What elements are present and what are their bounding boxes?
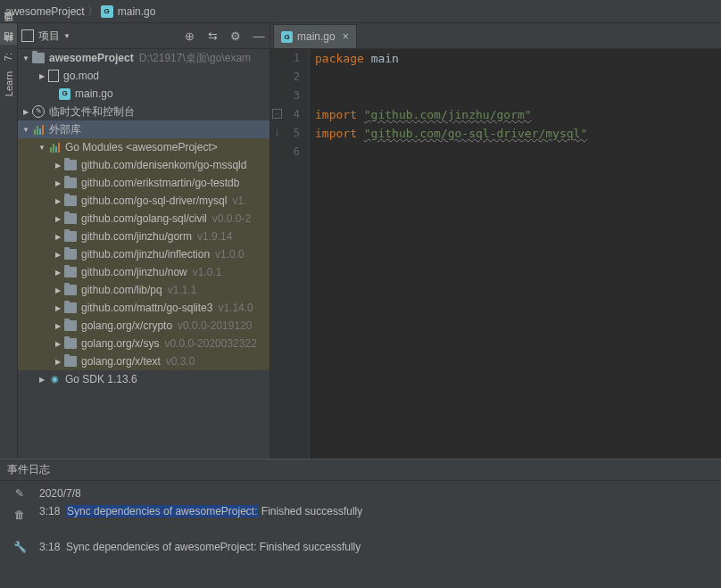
- line-number[interactable]: 1: [271, 49, 309, 68]
- expand-icon[interactable]: [21, 103, 30, 121]
- edit-icon[interactable]: ✎: [12, 486, 27, 501]
- tree-node-version: v0.0.0-2020032322: [164, 335, 256, 352]
- code-string: "github.com/jinzhu/gorm": [364, 108, 532, 121]
- collapse-icon[interactable]: ⇆: [205, 29, 220, 43]
- tree-node-label: golang.org/x/text: [81, 352, 161, 370]
- expand-icon[interactable]: [54, 210, 62, 228]
- tree-item-dependency[interactable]: github.com/golang-sql/civilv0.0.0-2: [18, 210, 269, 228]
- breadcrumb-file[interactable]: main.go: [118, 5, 156, 18]
- tree-item-dependency[interactable]: github.com/erikstmartin/go-testdb: [18, 174, 269, 192]
- folder-icon: [64, 195, 77, 206]
- tree-item-go-sdk[interactable]: ◉ Go SDK 1.13.6: [18, 370, 269, 388]
- expand-icon[interactable]: [37, 67, 46, 86]
- expand-icon[interactable]: [54, 156, 62, 175]
- tree-item-dependency[interactable]: github.com/go-sql-driver/mysqlv1.: [18, 192, 269, 210]
- close-icon[interactable]: ×: [343, 30, 349, 43]
- target-icon[interactable]: ⊕: [182, 29, 196, 43]
- chevron-right-icon: 〉: [87, 4, 98, 19]
- fold-icon[interactable]: ⌊: [272, 128, 282, 137]
- editor-area: G main.go × 1 2 3 −4 ⌊5 6 package main i…: [270, 23, 721, 459]
- expand-icon[interactable]: [54, 335, 62, 353]
- sdk-icon: ◉: [48, 373, 61, 385]
- expand-icon[interactable]: [54, 228, 62, 246]
- event-log-header[interactable]: 事件日志: [0, 460, 721, 481]
- folder-icon: [64, 285, 77, 295]
- tree-node-label: awesomeProject: [49, 49, 134, 67]
- line-number[interactable]: 2: [271, 68, 309, 87]
- expand-icon[interactable]: [54, 299, 62, 318]
- tree-item-external-libs[interactable]: 外部库: [18, 120, 269, 138]
- event-link[interactable]: Sync dependencies of awesomeProject:: [66, 541, 256, 553]
- expand-icon[interactable]: [54, 317, 62, 335]
- line-number[interactable]: 3: [271, 87, 309, 105]
- event-entry[interactable]: 3:18 Sync dependencies of awesomeProject…: [39, 538, 721, 556]
- code-keyword: import: [315, 127, 357, 140]
- folder-icon: [64, 267, 77, 277]
- fold-icon[interactable]: −: [272, 109, 282, 119]
- breadcrumb-project[interactable]: awesomeProject: [5, 5, 85, 18]
- folder-icon: [32, 53, 45, 63]
- folder-icon: [64, 231, 77, 242]
- expand-icon[interactable]: [54, 245, 62, 264]
- code-keyword: package: [315, 52, 364, 65]
- tree-item-dependency[interactable]: github.com/jinzhu/nowv1.0.1: [18, 263, 269, 281]
- expand-icon[interactable]: [37, 138, 46, 157]
- expand-icon[interactable]: [21, 120, 30, 139]
- expand-icon[interactable]: [21, 49, 30, 68]
- line-number[interactable]: ⌊5: [271, 124, 309, 143]
- gear-icon[interactable]: ⚙: [228, 29, 243, 43]
- tree-node-version: v0.0.0-2: [212, 210, 251, 228]
- tree-item-dependency[interactable]: golang.org/x/sysv0.0.0-2020032322: [18, 335, 269, 352]
- code-string: "github.com/go-sql-driver/mysql": [364, 127, 587, 140]
- tree-item-dependency[interactable]: github.com/lib/pqv1.1.1: [18, 281, 269, 299]
- line-number[interactable]: −4: [271, 105, 309, 124]
- minimize-icon[interactable]: —: [252, 29, 266, 43]
- tree-item-dependency[interactable]: golang.org/x/textv0.3.0: [18, 352, 269, 370]
- editor-body[interactable]: 1 2 3 −4 ⌊5 6 package main import "githu…: [270, 49, 721, 459]
- tree-item-dependency[interactable]: github.com/jinzhu/gormv1.9.14: [18, 228, 269, 245]
- project-view-icon: [21, 29, 34, 42]
- gomod-icon: [48, 70, 59, 82]
- tool-tab-project[interactable]: 1: 项目: [0, 23, 17, 45]
- tree-node-label: github.com/golang-sql/civil: [81, 210, 207, 228]
- folder-icon: [64, 213, 77, 224]
- wrench-icon[interactable]: 🔧: [12, 540, 27, 554]
- tree-node-label: github.com/erikstmartin/go-testdb: [81, 174, 239, 192]
- expand-icon[interactable]: [54, 281, 62, 300]
- tree-item-go-modules[interactable]: Go Modules <awesomeProject>: [18, 138, 269, 156]
- folder-icon: [64, 249, 77, 260]
- line-number[interactable]: 6: [271, 143, 309, 161]
- expand-icon[interactable]: [54, 174, 62, 193]
- expand-icon[interactable]: [37, 370, 46, 389]
- code-area[interactable]: package main import "github.com/jinzhu/g…: [310, 49, 721, 459]
- file-tab-main-go[interactable]: G main.go ×: [273, 24, 357, 48]
- tree-node-label: github.com/mattn/go-sqlite3: [81, 299, 212, 317]
- expand-icon[interactable]: [54, 192, 62, 211]
- tree-node-label: 临时文件和控制台: [49, 103, 135, 120]
- tree-node-version: v1.0.1: [193, 263, 222, 281]
- tool-tab-learn[interactable]: Learn: [2, 66, 16, 102]
- project-panel: 项目 ▼ ⊕ ⇆ ⚙ — awesomeProject D:\21917\桌面\…: [18, 23, 270, 459]
- trash-icon[interactable]: 🗑: [12, 508, 27, 522]
- tree-node-version: v0.0.0-2019120: [178, 317, 252, 335]
- event-link[interactable]: Sync dependencies of awesomeProject:: [66, 505, 258, 518]
- project-view-dropdown[interactable]: 项目 ▼: [38, 29, 70, 44]
- tree-item-gomod[interactable]: go.mod: [18, 67, 269, 85]
- event-time: 3:18: [39, 541, 60, 553]
- tree-item-scratches[interactable]: ✎ 临时文件和控制台: [18, 103, 269, 120]
- tree-item-dependency[interactable]: golang.org/x/cryptov0.0.0-2019120: [18, 317, 269, 335]
- tree-item-dependency[interactable]: github.com/jinzhu/inflectionv1.0.0: [18, 245, 269, 263]
- expand-icon[interactable]: [54, 352, 62, 371]
- tree-root[interactable]: awesomeProject D:\21917\桌面\go\exam: [18, 49, 269, 67]
- tree-item-dependency[interactable]: github.com/mattn/go-sqlite3v1.14.0: [18, 299, 269, 317]
- tree-item-dependency[interactable]: github.com/denisenkom/go-mssqld: [18, 156, 269, 174]
- event-entry[interactable]: 3:18 Sync dependencies of awesomeProject…: [39, 502, 721, 520]
- tree-item-maingo[interactable]: G main.go: [18, 85, 269, 103]
- editor-gutter[interactable]: 1 2 3 −4 ⌊5 6: [271, 49, 310, 459]
- event-log-content[interactable]: 2020/7/8 3:18 Sync dependencies of aweso…: [39, 481, 721, 588]
- tree-node-version: v1.: [232, 192, 246, 210]
- folder-icon: [64, 302, 77, 313]
- tool-tab-structure[interactable]: 7: 结构: [0, 45, 17, 66]
- project-tree[interactable]: awesomeProject D:\21917\桌面\go\exam go.mo…: [18, 49, 269, 459]
- expand-icon[interactable]: [54, 263, 62, 282]
